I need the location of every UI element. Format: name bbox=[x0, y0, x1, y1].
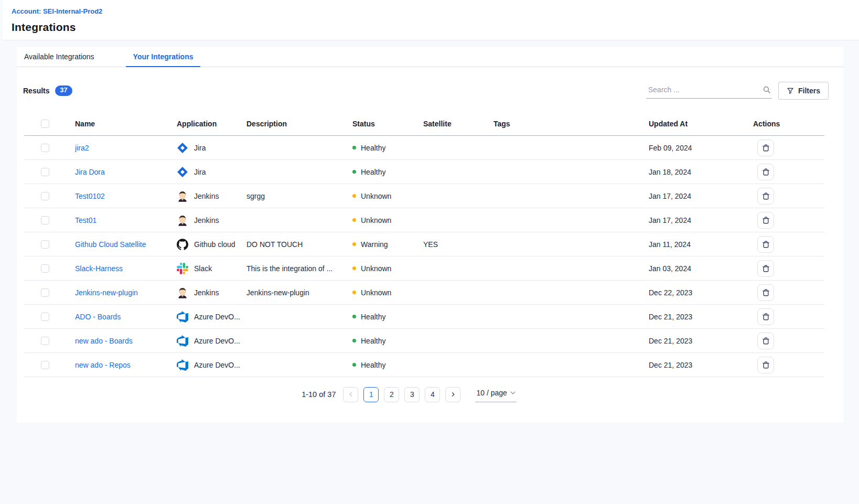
tab-bar: Available IntegrationsYour Integrations bbox=[17, 47, 843, 67]
pagination: 1-10 of 37 1234 10 / page bbox=[17, 377, 801, 402]
row-checkbox[interactable] bbox=[41, 337, 49, 345]
delete-button[interactable] bbox=[757, 333, 774, 349]
toolbar: Results 37 Filters bbox=[17, 67, 843, 110]
updated-at: Feb 09, 2024 bbox=[649, 144, 753, 152]
updated-at: Jan 17, 2024 bbox=[649, 216, 753, 224]
delete-button[interactable] bbox=[757, 164, 774, 180]
row-checkbox[interactable] bbox=[41, 216, 49, 224]
integration-name-link[interactable]: Slack-Harness bbox=[75, 264, 123, 273]
application-label: Github cloud bbox=[194, 240, 235, 249]
page-size-label: 10 / page bbox=[476, 389, 507, 397]
integration-name-link[interactable]: Test01 bbox=[75, 216, 96, 224]
trash-icon bbox=[762, 240, 770, 249]
delete-button[interactable] bbox=[757, 357, 774, 373]
delete-button[interactable] bbox=[757, 140, 774, 156]
integrations-table: NameApplicationDescriptionStatusSatellit… bbox=[24, 112, 824, 377]
filters-button-label: Filters bbox=[798, 87, 820, 95]
column-header-updated-at: Updated At bbox=[649, 120, 753, 128]
integration-name-link[interactable]: jira2 bbox=[75, 144, 89, 152]
delete-button[interactable] bbox=[757, 308, 774, 325]
integration-name-link[interactable]: Github Cloud Satellite bbox=[75, 240, 146, 249]
application-label: Jenkins bbox=[194, 192, 219, 200]
table-row: new ado - Repos Azure DevO... Healthy De… bbox=[24, 353, 824, 377]
column-header-tags: Tags bbox=[493, 120, 649, 128]
row-checkbox[interactable] bbox=[41, 313, 49, 321]
tab-available-integrations[interactable]: Available Integrations bbox=[17, 47, 102, 67]
column-header-status: Status bbox=[352, 120, 423, 128]
status-label: Unknown bbox=[361, 192, 391, 200]
delete-button[interactable] bbox=[757, 260, 774, 277]
azure-devops-icon bbox=[177, 311, 188, 323]
github-icon bbox=[177, 239, 188, 250]
status-dot bbox=[352, 242, 356, 246]
status-label: Healthy bbox=[361, 337, 385, 345]
table-row: new ado - Boards Azure DevO... Healthy D… bbox=[24, 329, 824, 353]
integration-name-link[interactable]: Test0102 bbox=[75, 192, 105, 200]
updated-at: Dec 21, 2023 bbox=[649, 313, 753, 321]
delete-button[interactable] bbox=[757, 188, 774, 205]
updated-at: Jan 18, 2024 bbox=[649, 168, 753, 176]
pagination-page-3[interactable]: 3 bbox=[404, 387, 420, 402]
page-header: Account: SEI-Internal-Prod2 Integrations bbox=[3, 0, 859, 40]
table-row: ADO - Boards Azure DevO... Healthy Dec 2… bbox=[24, 305, 824, 329]
row-checkbox[interactable] bbox=[41, 361, 49, 369]
pagination-page-4[interactable]: 4 bbox=[425, 387, 440, 402]
column-header-application: Application bbox=[177, 120, 246, 128]
column-header-satellite: Satellite bbox=[423, 120, 493, 128]
description-text: sgrgg bbox=[246, 192, 352, 200]
pagination-page-1[interactable]: 1 bbox=[363, 387, 379, 402]
search-box bbox=[646, 83, 772, 99]
filters-button[interactable]: Filters bbox=[778, 82, 829, 100]
table-row: jira2 Jira Healthy Feb 09, 2024 bbox=[24, 136, 824, 160]
delete-button[interactable] bbox=[757, 212, 774, 229]
tab-your-integrations[interactable]: Your Integrations bbox=[126, 47, 201, 67]
status-dot bbox=[352, 266, 356, 270]
integration-name-link[interactable]: Jenkins-new-plugin bbox=[75, 288, 138, 297]
application-label: Azure DevO... bbox=[194, 337, 240, 345]
status-label: Healthy bbox=[361, 144, 385, 152]
description-text: DO NOT TOUCH bbox=[246, 240, 352, 249]
status-dot bbox=[352, 291, 356, 294]
page-size-select[interactable]: 10 / page bbox=[475, 387, 516, 402]
account-breadcrumb-link[interactable]: Account: SEI-Internal-Prod2 bbox=[12, 7, 102, 15]
updated-at: Jan 17, 2024 bbox=[649, 192, 753, 200]
row-checkbox[interactable] bbox=[41, 264, 49, 273]
updated-at: Dec 22, 2023 bbox=[649, 288, 753, 297]
search-input[interactable] bbox=[647, 85, 759, 94]
integration-name-link[interactable]: ADO - Boards bbox=[75, 313, 121, 321]
pagination-prev-button[interactable] bbox=[343, 387, 358, 402]
chevron-right-icon bbox=[450, 392, 456, 397]
results-count-badge: 37 bbox=[55, 85, 73, 96]
funnel-icon bbox=[787, 87, 794, 94]
description-text: Jenkins-new-plugin bbox=[246, 288, 352, 297]
results-label: Results bbox=[23, 87, 50, 95]
delete-button[interactable] bbox=[757, 284, 774, 301]
pagination-next-button[interactable] bbox=[445, 387, 460, 402]
status-label: Unknown bbox=[361, 216, 391, 224]
integration-name-link[interactable]: new ado - Boards bbox=[75, 337, 133, 345]
integration-name-link[interactable]: new ado - Repos bbox=[75, 361, 131, 369]
status-label: Unknown bbox=[361, 264, 391, 273]
row-checkbox[interactable] bbox=[41, 240, 49, 249]
azure-devops-icon bbox=[177, 359, 188, 371]
status-dot bbox=[352, 146, 356, 149]
application-label: Jenkins bbox=[194, 288, 219, 297]
status-label: Warning bbox=[361, 240, 388, 249]
status-dot bbox=[352, 363, 356, 367]
row-checkbox[interactable] bbox=[41, 192, 49, 200]
row-checkbox[interactable] bbox=[41, 144, 49, 152]
select-all-checkbox[interactable] bbox=[41, 120, 49, 128]
pagination-page-2[interactable]: 2 bbox=[384, 387, 399, 402]
table-row: Slack-Harness Slack This is the integrat… bbox=[24, 256, 824, 281]
delete-button[interactable] bbox=[757, 236, 774, 253]
integration-name-link[interactable]: Jira Dora bbox=[75, 168, 105, 176]
row-checkbox[interactable] bbox=[41, 168, 49, 176]
description-text: This is the integration of ... bbox=[246, 264, 352, 273]
updated-at: Jan 03, 2024 bbox=[649, 264, 753, 273]
trash-icon bbox=[762, 192, 770, 200]
row-checkbox[interactable] bbox=[41, 288, 49, 297]
search-icon bbox=[763, 85, 771, 94]
updated-at: Dec 21, 2023 bbox=[649, 337, 753, 345]
application-label: Jira bbox=[194, 144, 206, 152]
table-header-row: NameApplicationDescriptionStatusSatellit… bbox=[24, 112, 824, 136]
